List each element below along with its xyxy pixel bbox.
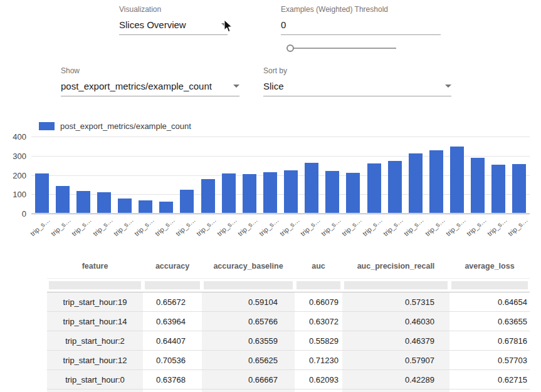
bar-series xyxy=(31,137,530,213)
bar[interactable] xyxy=(346,173,360,213)
x-tick-label: trip_s… xyxy=(278,216,300,237)
bar[interactable] xyxy=(491,165,505,213)
column-header[interactable]: auc xyxy=(295,254,342,279)
metric-cell: 0.44173 xyxy=(342,389,449,392)
filter-input[interactable] xyxy=(344,281,448,289)
bar[interactable] xyxy=(118,199,132,213)
x-tick-label: trip_s… xyxy=(320,216,342,237)
x-tick-label: trip_s… xyxy=(236,216,259,237)
threshold-slider[interactable] xyxy=(285,44,396,53)
metric-cell: 0.57703 xyxy=(449,351,530,370)
bar[interactable] xyxy=(263,172,277,213)
sort-by-select[interactable]: Sort by Slice xyxy=(263,66,451,96)
y-tick-label: 200 xyxy=(13,170,26,180)
visualization-select[interactable]: Visualization Slices Overview xyxy=(119,5,228,35)
threshold-field[interactable]: Examples (Weighted) Threshold 0 xyxy=(281,5,441,35)
bar[interactable] xyxy=(450,147,464,213)
chevron-down-icon[interactable] xyxy=(445,85,451,88)
x-tick-label: trip_s… xyxy=(112,216,134,237)
x-tick-label: trip_s… xyxy=(29,216,51,237)
bar[interactable] xyxy=(180,190,194,213)
metric-cell: 0.66667 xyxy=(202,370,295,389)
y-tick-label: 100 xyxy=(13,190,26,199)
chevron-down-icon[interactable] xyxy=(233,85,239,88)
filter-input[interactable] xyxy=(49,281,141,289)
bar[interactable] xyxy=(471,158,485,213)
bar[interactable] xyxy=(284,170,298,213)
metric-cell: 0.64844 xyxy=(202,389,295,392)
sort-by-label: Sort by xyxy=(263,66,451,75)
table-row[interactable]: trip_start_hour:190.656720.591040.660790… xyxy=(47,292,530,312)
y-tick-label: 300 xyxy=(13,151,26,160)
bar[interactable] xyxy=(367,163,381,213)
filter-input[interactable] xyxy=(451,281,528,289)
table-row[interactable]: trip_start_hour:00.637680.666670.620930.… xyxy=(47,370,530,389)
metric-cell: 0.63072 xyxy=(295,312,342,331)
metric-cell: 0.63768 xyxy=(143,370,202,389)
metric-cell: 0.66079 xyxy=(295,292,342,312)
bar[interactable] xyxy=(388,161,402,213)
bar[interactable] xyxy=(76,191,90,213)
x-tick-label: trip_s… xyxy=(340,216,363,237)
metric-cell: 0.71230 xyxy=(295,351,342,370)
column-header[interactable]: accuracy_baseline xyxy=(202,254,295,279)
bar[interactable] xyxy=(222,173,236,213)
table-row[interactable]: trip_start_hour:120.705360.656250.712300… xyxy=(47,351,530,370)
column-header[interactable]: feature xyxy=(47,254,143,279)
bar[interactable] xyxy=(159,202,173,213)
slider-track[interactable] xyxy=(288,48,396,49)
x-tick-label: trip_s… xyxy=(133,216,155,237)
filter-input[interactable] xyxy=(297,281,340,289)
x-axis-line xyxy=(31,214,530,214)
x-tick-label: trip_s… xyxy=(423,216,446,237)
bar[interactable] xyxy=(56,186,70,213)
x-tick-label: trip_s… xyxy=(174,216,197,237)
filter-input[interactable] xyxy=(145,281,200,289)
bar[interactable] xyxy=(35,173,49,213)
bar[interactable] xyxy=(512,164,526,213)
threshold-input[interactable]: 0 xyxy=(281,19,286,30)
y-tick-label: 0 xyxy=(22,209,26,219)
metrics-table: featureaccuracyaccuracy_baselineaucauc_p… xyxy=(47,254,530,392)
bar[interactable] xyxy=(201,179,215,213)
metric-cell: 0.63559 xyxy=(202,331,295,351)
column-header[interactable]: accuracy xyxy=(143,254,202,279)
slider-thumb[interactable] xyxy=(286,44,294,52)
metric-cell: 0.58337 xyxy=(295,389,342,392)
x-tick-label: trip_s… xyxy=(216,216,238,237)
column-header[interactable]: average_loss xyxy=(449,254,530,279)
legend-swatch xyxy=(39,122,55,130)
filter-input[interactable] xyxy=(204,281,293,289)
y-tick-label: 400 xyxy=(13,132,26,142)
table-row[interactable]: trip_start_hour:230.660160.648440.583370… xyxy=(47,389,530,392)
bar[interactable] xyxy=(243,174,256,213)
sort-by-value[interactable]: Slice xyxy=(263,81,284,91)
bar[interactable] xyxy=(97,192,111,213)
bar[interactable] xyxy=(305,163,318,213)
table-row[interactable]: trip_start_hour:20.644070.635590.558290.… xyxy=(47,331,530,351)
bar[interactable] xyxy=(325,171,339,213)
x-tick-label: trip_s… xyxy=(154,216,176,237)
bar[interactable] xyxy=(429,150,443,213)
x-tick-label: trip_s… xyxy=(465,216,488,237)
metric-cell: 0.62715 xyxy=(449,370,530,389)
metric-cell: 0.42289 xyxy=(342,370,449,389)
x-tick-label: trip_s… xyxy=(507,216,529,237)
metric-cell: 0.59104 xyxy=(202,292,295,312)
chevron-down-icon[interactable] xyxy=(221,23,228,26)
x-tick-label: trip_s… xyxy=(299,216,322,237)
x-tick-label: trip_s… xyxy=(361,216,384,237)
visualization-value[interactable]: Slices Overview xyxy=(119,19,186,30)
metric-cell: 0.66016 xyxy=(143,389,202,392)
metric-cell: 0.57315 xyxy=(342,292,449,312)
x-tick-label: trip_s… xyxy=(70,216,93,237)
show-metric-select[interactable]: Show post_export_metrics/example_count xyxy=(61,66,239,96)
show-value[interactable]: post_export_metrics/example_count xyxy=(61,81,212,91)
metric-cell: 0.63655 xyxy=(449,312,530,331)
bar[interactable] xyxy=(139,200,152,213)
table-row[interactable]: trip_start_hour:140.639640.657660.630720… xyxy=(47,312,530,331)
metric-cell: 0.46379 xyxy=(342,331,449,351)
column-header[interactable]: auc_precision_recall xyxy=(342,254,449,279)
y-axis: 0100200300400 xyxy=(0,137,26,214)
bar[interactable] xyxy=(409,153,423,213)
